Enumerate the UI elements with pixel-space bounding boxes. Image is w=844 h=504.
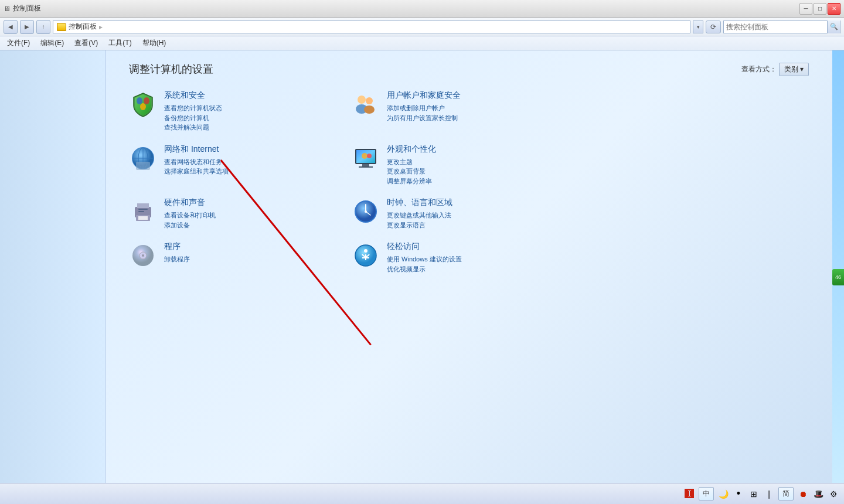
view-mode-button[interactable]: 类别 ▾ — [779, 63, 809, 76]
user-accounts-sub-0[interactable]: 添加或删除用户帐户 — [387, 103, 539, 113]
system-security-icon — [129, 90, 157, 118]
svg-point-6 — [364, 105, 375, 114]
taskbar: 🅸 中 🌙 • ⊞ | 简 ⏺ 🎩 ⚙ — [0, 483, 844, 504]
shield-svg — [130, 91, 156, 117]
search-button[interactable]: 🔍 — [827, 21, 840, 33]
taskbar-icon-hat[interactable]: 🎩 — [812, 488, 824, 500]
programs-icon — [129, 241, 157, 270]
programs-subs: 卸载程序 — [164, 254, 316, 264]
menu-help[interactable]: 帮助(H) — [138, 37, 171, 49]
user-accounts-subs: 添加或删除用户帐户 为所有用户设置家长控制 — [387, 103, 539, 122]
address-text: 控制面板 — [69, 22, 97, 32]
accessibility-sub-1[interactable]: 优化视频显示 — [387, 264, 539, 274]
appearance-subs: 更改主题 更改桌面背景 调整屏幕分辨率 — [387, 157, 539, 186]
menu-view[interactable]: 查看(V) — [70, 37, 103, 49]
hardware-sub-1[interactable]: 添加设备 — [164, 220, 316, 230]
clock-text: 时钟、语言和区域 更改键盘或其他输入法 更改显示语言 — [387, 197, 539, 230]
hardware-subs: 查看设备和打印机 添加设备 — [164, 210, 316, 230]
accessibility-title[interactable]: 轻松访问 — [387, 241, 539, 252]
panel-user-accounts: 用户帐户和家庭安全 添加或删除用户帐户 为所有用户设置家长控制 — [352, 90, 539, 132]
taskbar-icon-moon[interactable]: 🌙 — [717, 488, 729, 500]
system-security-title[interactable]: 系统和安全 — [164, 90, 316, 101]
programs-svg — [130, 243, 156, 268]
svg-point-2 — [140, 103, 146, 110]
svg-rect-23 — [138, 209, 148, 210]
system-security-sub-1[interactable]: 备份您的计算机 — [164, 113, 316, 123]
system-security-text: 系统和安全 查看您的计算机状态 备份您的计算机 查找并解决问题 — [164, 90, 316, 132]
view-mode-label: 查看方式： — [741, 64, 777, 74]
title-bar: 🖥 控制面板 ─ □ ✕ — [0, 0, 844, 18]
svg-point-5 — [366, 97, 373, 104]
close-button[interactable]: ✕ — [828, 3, 840, 15]
taskbar-icon-ime[interactable]: 🅸 — [683, 488, 695, 500]
title-bar-controls: ─ □ ✕ — [799, 3, 840, 15]
panel-network: 网络和 Internet 查看网络状态和任务 选择家庭组和共享选项 — [129, 144, 316, 186]
taskbar-icon-rec[interactable]: ⏺ — [797, 488, 809, 500]
programs-title[interactable]: 程序 — [164, 241, 316, 252]
minimize-button[interactable]: ─ — [799, 3, 812, 15]
appearance-sub-2[interactable]: 调整屏幕分辨率 — [387, 176, 539, 186]
accessibility-subs: 使用 Windows 建议的设置 优化视频显示 — [387, 254, 539, 274]
user-accounts-icon — [352, 90, 380, 118]
back-button[interactable]: ◀ — [4, 20, 18, 34]
panel-programs: 程序 卸载程序 — [129, 241, 316, 274]
programs-sub-0[interactable]: 卸载程序 — [164, 254, 316, 264]
maximize-button[interactable]: □ — [814, 3, 826, 15]
svg-rect-20 — [137, 203, 149, 208]
user-accounts-sub-1[interactable]: 为所有用户设置家长控制 — [387, 113, 539, 123]
menu-tools[interactable]: 工具(T) — [104, 37, 136, 49]
up-button[interactable]: ↑ — [36, 20, 50, 34]
svg-rect-22 — [138, 216, 148, 220]
svg-rect-16 — [359, 166, 373, 168]
panel-appearance: 外观和个性化 更改主题 更改桌面背景 调整屏幕分辨率 — [352, 144, 539, 186]
clock-title[interactable]: 时钟、语言和区域 — [387, 197, 539, 208]
hardware-title[interactable]: 硬件和声音 — [164, 197, 316, 208]
appearance-svg — [353, 145, 379, 171]
right-panel: 46 — [832, 50, 844, 504]
appearance-sub-0[interactable]: 更改主题 — [387, 157, 539, 167]
appearance-sub-1[interactable]: 更改桌面背景 — [387, 166, 539, 176]
svg-point-1 — [144, 97, 149, 104]
hardware-sub-0[interactable]: 查看设备和打印机 — [164, 210, 316, 220]
network-sub-1[interactable]: 选择家庭组和共享选项 — [164, 166, 316, 176]
content-area: 调整计算机的设置 查看方式： 类别 ▾ — [106, 50, 832, 504]
refresh-button[interactable]: ⟳ — [706, 21, 721, 33]
svg-rect-15 — [362, 164, 369, 166]
svg-point-32 — [142, 254, 144, 257]
search-box: 🔍 — [723, 21, 840, 33]
users-svg — [353, 91, 379, 117]
clock-sub-1[interactable]: 更改显示语言 — [387, 220, 539, 230]
forward-button[interactable]: ▶ — [20, 20, 34, 34]
title-bar-left: 🖥 控制面板 — [4, 4, 41, 13]
menu-edit[interactable]: 编辑(E) — [36, 37, 69, 49]
address-bar: ◀ ▶ ↑ 控制面板 ▸ ▾ ⟳ 🔍 — [0, 18, 844, 36]
svg-point-18 — [367, 154, 372, 158]
ime-jian-button[interactable]: 简 — [778, 487, 794, 500]
taskbar-icon-pipe[interactable]: | — [763, 488, 775, 500]
user-accounts-title[interactable]: 用户帐户和家庭安全 — [387, 90, 539, 101]
svg-point-17 — [362, 153, 367, 159]
address-dropdown[interactable]: ▾ — [693, 21, 703, 33]
search-input[interactable] — [724, 21, 827, 33]
network-sub-0[interactable]: 查看网络状态和任务 — [164, 157, 316, 167]
main-area: 调整计算机的设置 查看方式： 类别 ▾ — [0, 50, 844, 504]
appearance-title[interactable]: 外观和个性化 — [387, 144, 539, 155]
system-security-sub-2[interactable]: 查找并解决问题 — [164, 122, 316, 132]
view-mode-value: 类别 — [784, 64, 798, 74]
accessibility-sub-0[interactable]: 使用 Windows 建议的设置 — [387, 254, 539, 264]
taskbar-icon-grid[interactable]: ⊞ — [748, 488, 760, 500]
appearance-icon — [352, 144, 380, 172]
panel-system-security: 系统和安全 查看您的计算机状态 备份您的计算机 查找并解决问题 — [129, 90, 316, 132]
taskbar-icon-settings[interactable]: ⚙ — [828, 488, 839, 500]
taskbar-icon-dot[interactable]: • — [733, 488, 744, 500]
side-badge[interactable]: 46 — [832, 269, 844, 285]
page-title: 调整计算机的设置 — [129, 62, 213, 76]
sidebar — [0, 50, 106, 504]
address-path[interactable]: 控制面板 ▸ — [53, 21, 690, 33]
ime-zh-button[interactable]: 中 — [699, 487, 714, 500]
network-title[interactable]: 网络和 Internet — [164, 144, 316, 155]
system-security-sub-0[interactable]: 查看您的计算机状态 — [164, 103, 316, 113]
system-security-subs: 查看您的计算机状态 备份您的计算机 查找并解决问题 — [164, 103, 316, 132]
clock-sub-0[interactable]: 更改键盘或其他输入法 — [387, 210, 539, 220]
menu-file[interactable]: 文件(F) — [2, 37, 35, 49]
